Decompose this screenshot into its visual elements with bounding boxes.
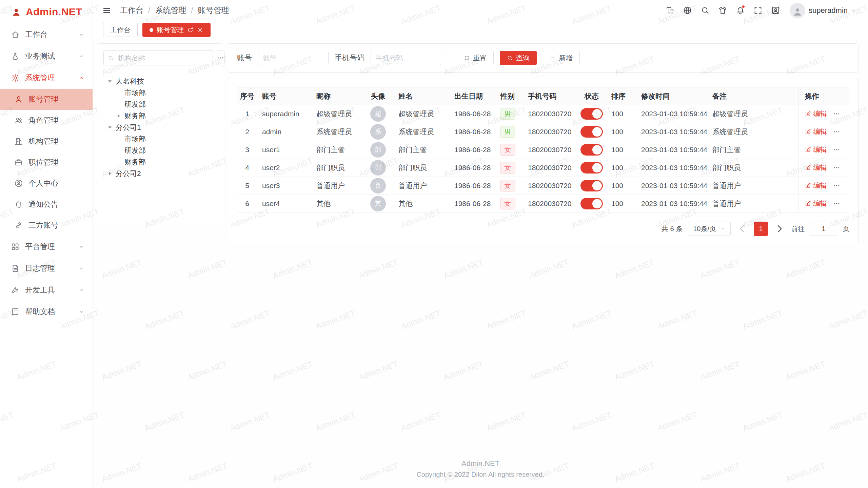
org-more-button[interactable] [217,50,224,65]
edit-icon [805,147,811,153]
table-column-header: 状态 [577,87,607,105]
sidebar-item-org-mgmt[interactable]: 机构管理 [0,131,93,152]
reset-button[interactable]: 重置 [457,51,494,65]
user-menu[interactable]: superadmin [790,3,856,18]
table-row[interactable]: 2admin系统管理员系系统管理员1986-06-28男180200307201… [237,123,849,141]
chevron-down-icon [78,287,84,293]
tree-node[interactable]: 研发部 [103,145,217,156]
status-toggle[interactable] [580,126,603,138]
sidebar-item-dev-tools[interactable]: 开发工具 [0,279,93,301]
add-button[interactable]: 新增 [543,51,580,65]
caret-down-icon[interactable] [106,78,114,85]
edit-button[interactable]: 编辑 [805,127,827,136]
status-toggle[interactable] [580,180,603,191]
home-icon [11,30,20,39]
profile-icon[interactable] [768,3,783,18]
app-logo[interactable]: Admin.NET [0,0,93,24]
edit-button[interactable]: 编辑 [805,145,827,154]
font-size-icon[interactable] [662,3,677,18]
sidebar-item-platform-mgmt[interactable]: 平台管理 [0,236,93,258]
table-column-header: 序号 [237,87,257,105]
tree-node[interactable]: 分公司2 [103,168,217,179]
table-row[interactable]: 4user2部门职员部部门职员1986-06-28女18020030720100… [237,159,849,177]
account-input[interactable] [258,51,329,65]
more-icon[interactable] [833,128,840,135]
sidebar-item-business-test[interactable]: 业务测试 [0,45,93,67]
more-icon[interactable] [833,146,840,153]
menu-item-label: 系统管理 [25,73,55,83]
sidebar-item-role-mgmt[interactable]: 角色管理 [0,110,93,131]
edit-icon [805,183,811,189]
caret-right-icon[interactable] [106,170,114,177]
status-toggle[interactable] [580,198,603,209]
caret-placeholder [115,89,122,97]
content-row: 大名科技市场部研发部财务部分公司1市场部研发部财务部分公司2 账号 手机号码 重… [93,39,868,244]
tree-node-label: 研发部 [124,100,146,109]
gender-tag: 男 [500,108,515,120]
row-phone: 18020030720 [528,128,571,136]
fullscreen-icon[interactable] [750,3,765,18]
caret-down-icon[interactable] [106,124,114,131]
search-button[interactable]: 查询 [500,51,537,65]
page-size-select[interactable]: 10条/页 [688,222,731,236]
sidebar-item-workbench[interactable]: 工作台 [0,24,93,45]
tab-refresh-icon[interactable] [187,27,194,33]
table-row[interactable]: 5user3普通用户普普通用户1986-06-28女18020030720100… [237,177,849,195]
search-icon [108,55,114,61]
more-icon[interactable] [833,110,840,117]
edit-button[interactable]: 编辑 [805,181,827,190]
caret-right-icon[interactable] [115,112,122,120]
prev-page-button[interactable] [736,223,748,235]
submenu: 账号管理角色管理机构管理职位管理个人中心通知公告三方账号 [0,89,93,236]
sidebar-item-personal-center[interactable]: 个人中心 [0,173,93,194]
tab-close-icon[interactable] [197,27,203,33]
edit-button[interactable]: 编辑 [805,109,827,118]
next-page-button[interactable] [773,223,786,235]
tree-node[interactable]: 财务部 [103,156,217,168]
current-page[interactable]: 1 [754,222,768,236]
table-row[interactable]: 3user1部门主管部部门主管1986-06-28女18020030720100… [237,141,849,159]
table-row[interactable]: 6user4其他其其他1986-06-28女180200307201002023… [237,195,849,213]
tree-node[interactable]: 大名科技 [103,76,217,87]
sidebar-item-system-mgmt[interactable]: 系统管理 [0,67,93,89]
sidebar-item-position-mgmt[interactable]: 职位管理 [0,152,93,173]
more-icon[interactable] [833,182,840,189]
language-icon[interactable] [680,3,695,18]
table-row[interactable]: 1superadmin超级管理员超超级管理员1986-06-28男1802003… [237,105,849,123]
table-column-header: 出生日期 [450,87,492,105]
status-toggle[interactable] [580,162,603,174]
sidebar-item-third-party-account[interactable]: 三方账号 [0,215,93,236]
tree-node[interactable]: 市场部 [103,133,217,145]
edit-button[interactable]: 编辑 [805,163,827,172]
breadcrumb-item[interactable]: 工作台 [120,5,143,16]
sidebar-item-help-docs[interactable]: 帮助文档 [0,301,93,323]
tree-node[interactable]: 研发部 [103,99,217,110]
breadcrumb-item[interactable]: 系统管理 [155,5,186,16]
org-name-input[interactable] [117,54,209,62]
sidebar-item-account-mgmt[interactable]: 账号管理 [0,89,93,110]
page-goto-input[interactable] [810,222,837,236]
menu-item-label: 日志管理 [25,263,55,273]
tree-node[interactable]: 分公司1 [103,122,217,133]
sidebar-item-notice[interactable]: 通知公告 [0,194,93,215]
tree-node[interactable]: 市场部 [103,87,217,99]
status-toggle[interactable] [580,108,603,120]
tree-node[interactable]: 财务部 [103,110,217,122]
hamburger-icon[interactable] [102,6,111,15]
row-name: 系统管理员 [398,128,434,136]
notification-bell-icon[interactable] [733,3,748,18]
tab-account-mgmt[interactable]: 账号管理 [142,23,211,37]
row-remark: 普通用户 [712,200,741,207]
status-toggle[interactable] [580,144,603,156]
more-icon[interactable] [833,164,840,171]
breadcrumb-item[interactable]: 账号管理 [198,5,229,16]
tab-workbench[interactable]: 工作台 [103,23,138,37]
search-icon[interactable] [697,3,712,18]
phone-input[interactable] [371,51,441,65]
edit-button[interactable]: 编辑 [805,199,827,208]
org-search-box[interactable] [103,50,213,65]
theme-icon[interactable] [715,3,730,18]
menu-item-label: 个人中心 [28,178,58,188]
more-icon[interactable] [833,200,840,207]
sidebar-item-log-mgmt[interactable]: 日志管理 [0,258,93,279]
